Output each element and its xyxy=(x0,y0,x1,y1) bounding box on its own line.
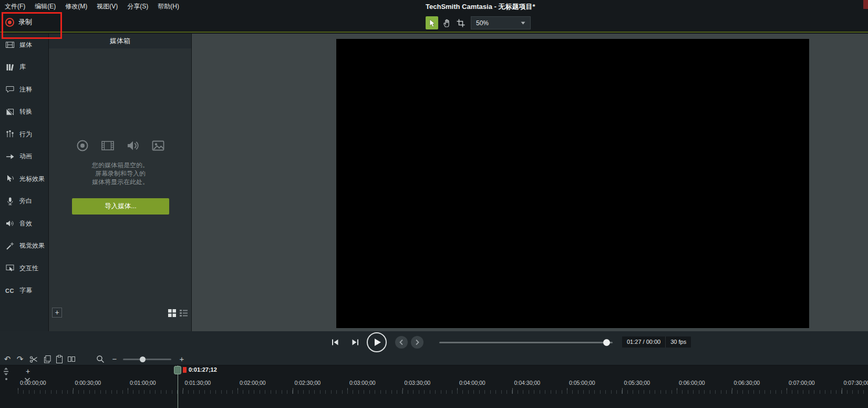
ruler-time-label: 0:03:30;00 xyxy=(405,380,431,386)
previous-frame-button[interactable] xyxy=(331,338,339,346)
fps-display: 30 fps xyxy=(665,336,691,348)
ruler-time-label: 0:05:30;00 xyxy=(624,380,650,386)
sidebar-item-behaviors[interactable]: 行为 xyxy=(0,123,48,146)
menu-edit[interactable]: 编辑(E) xyxy=(30,0,60,13)
sidebar-item-voice-narration[interactable]: 旁白 xyxy=(0,190,48,213)
collapse-tracks-chevron-icon[interactable] xyxy=(24,378,30,381)
jump-forward-button[interactable] xyxy=(411,336,423,349)
undo-button[interactable]: ↶ xyxy=(3,355,12,363)
window-title: TechSmith Camtasia - 无标题项目* xyxy=(426,0,535,13)
menu-help[interactable]: 帮助(H) xyxy=(153,0,184,13)
sidebar-item-media[interactable]: 媒体 xyxy=(0,34,48,56)
sidebar-item-label: 行为 xyxy=(19,130,32,139)
step-forward-button[interactable] xyxy=(351,338,359,346)
sidebar-item-label: 字幕 xyxy=(19,286,32,295)
redo-button[interactable]: ↷ xyxy=(16,355,24,363)
media-icon xyxy=(5,40,15,49)
magic-wand-icon xyxy=(5,241,15,251)
captions-icon: CC xyxy=(5,288,15,294)
ruler-time-label: 0:01:00;00 xyxy=(130,380,156,386)
ruler-time-label: 0:02:30;00 xyxy=(295,380,321,386)
playhead-flag xyxy=(183,367,187,373)
record-button[interactable]: 录制 xyxy=(5,17,32,27)
magnifier-icon xyxy=(96,355,105,363)
add-media-button[interactable]: + xyxy=(52,308,62,318)
sidebar-item-label: 音效 xyxy=(19,219,32,228)
list-view-button[interactable] xyxy=(179,308,188,318)
record-label: 录制 xyxy=(18,17,32,27)
ruler-time-label: 0:07:30;00 xyxy=(844,380,868,386)
menu-file[interactable]: 文件(F) xyxy=(0,0,30,13)
ruler-time-label: 0:05:00;00 xyxy=(569,380,595,386)
add-track-button[interactable]: + xyxy=(23,368,33,375)
hand-icon xyxy=(443,19,451,27)
sidebar-item-annotations[interactable]: 注释 xyxy=(0,78,48,101)
timeline-toolbar: ↶ ↷ − + xyxy=(0,353,868,365)
sidebar-item-captions[interactable]: CC 字幕 xyxy=(0,280,48,302)
play-button[interactable] xyxy=(367,332,387,352)
timeline-zoom-out-button[interactable]: − xyxy=(110,355,119,363)
sidebar-item-visual-effects[interactable]: 视觉效果 xyxy=(0,235,48,258)
track-height-controls xyxy=(3,368,9,380)
timeline-zoom-in-button[interactable]: + xyxy=(178,355,186,363)
preview-stage[interactable] xyxy=(336,39,809,328)
menu-modify[interactable]: 修改(M) xyxy=(60,0,92,13)
ruler-time-label: 0:04:30;00 xyxy=(514,380,541,386)
sidebar-item-transitions[interactable]: 转换 xyxy=(0,101,48,124)
speech-bubble-icon xyxy=(5,85,15,94)
empty-message-line: 您的媒体箱是空的。 xyxy=(49,161,192,169)
paste-button[interactable] xyxy=(55,355,64,363)
grid-view-button[interactable] xyxy=(167,308,177,318)
sidebar-item-label: 动画 xyxy=(19,152,32,161)
playback-bar: 01:27 / 00:00 30 fps xyxy=(0,331,868,353)
ruler-time-label: 0:01:30;00 xyxy=(185,380,211,386)
timeline-ruler[interactable]: 0:00:00;000:00:30;000:01:00;000:01:30;00… xyxy=(0,365,868,408)
ruler-time-label: 0:06:00;00 xyxy=(679,380,705,386)
playhead-handle[interactable] xyxy=(174,366,181,374)
copy-button[interactable] xyxy=(43,355,51,363)
jump-back-button[interactable] xyxy=(395,336,408,349)
ruler-time-label: 0:04:00;00 xyxy=(459,380,485,386)
split-button[interactable] xyxy=(67,355,76,363)
empty-message-line: 屏幕录制和导入的 xyxy=(49,169,192,178)
pan-tool-button[interactable] xyxy=(440,16,453,29)
ruler-time-label: 0:03:00;00 xyxy=(349,380,376,386)
chevron-left-icon xyxy=(399,339,404,345)
canvas-zoom-value: 50% xyxy=(476,19,489,27)
tools-sidebar: 媒体 库 注释 转换 xyxy=(0,34,49,331)
select-tool-button[interactable] xyxy=(426,16,438,29)
ruler-minor-ticks xyxy=(18,390,868,394)
ruler-time-label: 0:07:00;00 xyxy=(789,380,815,386)
chevron-right-icon xyxy=(415,339,420,345)
sidebar-item-animations[interactable]: 动画 xyxy=(0,146,48,168)
menu-view[interactable]: 视图(V) xyxy=(92,0,122,13)
crop-icon xyxy=(457,19,465,27)
canvas-zoom-dropdown[interactable]: 50% xyxy=(471,16,531,29)
sidebar-item-label: 注释 xyxy=(19,85,32,94)
timeline-zoom-slider[interactable] xyxy=(123,359,171,360)
menu-share[interactable]: 分享(S) xyxy=(122,0,153,13)
seek-slider-handle[interactable] xyxy=(603,339,610,346)
media-bin-panel: 媒体箱 xyxy=(49,34,192,331)
media-bin-empty-message: 您的媒体箱是空的。 屏幕录制和导入的 媒体将显示在此处。 xyxy=(49,161,192,186)
track-height-icon[interactable] xyxy=(3,368,9,375)
cut-button[interactable] xyxy=(29,355,38,363)
sidebar-item-cursor-effects[interactable]: 光标效果 xyxy=(0,168,48,190)
crop-tool-button[interactable] xyxy=(454,16,467,29)
empty-message-line: 媒体将显示在此处。 xyxy=(49,178,192,186)
current-time-display: 01:27 / 00:00 xyxy=(622,336,665,348)
sidebar-item-interactivity[interactable]: 交互性 xyxy=(0,257,48,280)
sidebar-item-label: 视觉效果 xyxy=(19,241,45,250)
view-toggle xyxy=(167,308,188,318)
sidebar-item-library[interactable]: 库 xyxy=(0,56,48,79)
playhead-time-label: 0:01:27;12 xyxy=(189,366,217,373)
seek-slider[interactable] xyxy=(439,342,613,343)
window-close-fragment[interactable] xyxy=(863,0,868,9)
media-bin-empty-icons xyxy=(49,139,192,152)
import-media-button[interactable]: 导入媒体... xyxy=(72,198,169,215)
timeline-zoom-handle[interactable] xyxy=(140,356,146,362)
behaviors-icon xyxy=(5,129,15,139)
cursor-arrow-icon xyxy=(428,19,436,27)
sidebar-item-audio-effects[interactable]: 音效 xyxy=(0,212,48,235)
speaker-icon xyxy=(126,139,140,152)
